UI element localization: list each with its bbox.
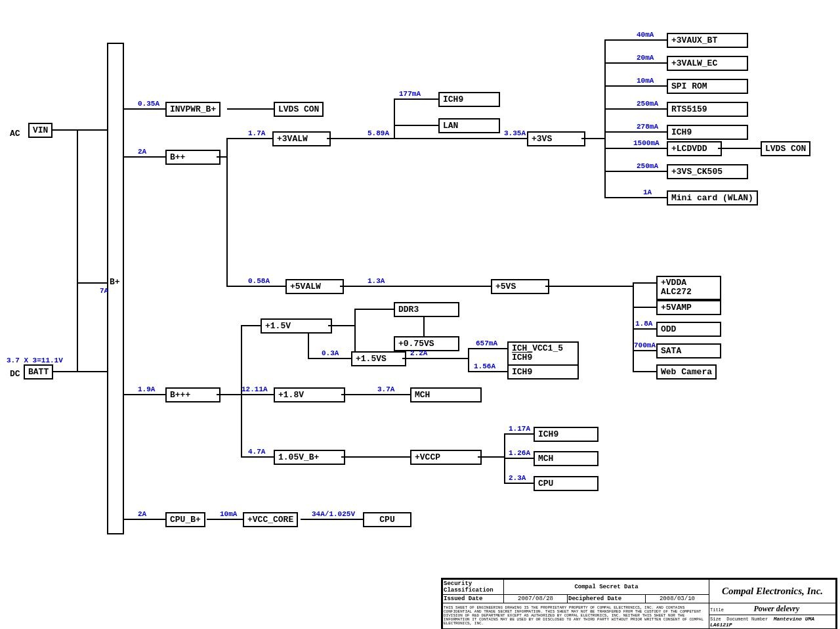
vccp-cpu: CPU (534, 476, 598, 491)
tb-titlelbl: Title (710, 607, 724, 613)
1p05v-box: 1.05V_B+ (274, 450, 345, 465)
1p05-i: 4.7A (248, 448, 265, 456)
tb-sheetname: Power delevry (753, 604, 799, 613)
lvds-con-1: LVDS CON (274, 102, 324, 117)
tb-ddlbl: Deciphered Date (568, 595, 646, 603)
tb-ddv: 2008/03/10 (645, 595, 709, 603)
3vs-h-i: 1A (643, 188, 652, 196)
cpu-bp-box: CPU_B+ (165, 512, 205, 527)
3vs-box: +3VS (527, 131, 585, 146)
ich-vcc-box: ICH_VCC1_5 ICH9 (507, 341, 579, 366)
5vs-box: +5VS (491, 279, 549, 294)
ich9b-i: 1.56A (474, 362, 495, 370)
vcc-core-box: +VCC_CORE (243, 512, 298, 527)
bppp-i: 1.9A (138, 385, 155, 393)
3vs-g-i: 250mA (637, 162, 658, 170)
title-block: Security Classification Compal Secret Da… (441, 578, 837, 629)
invpwr-box: INVPWR_B+ (165, 102, 220, 117)
tb-idv: 2007/08/28 (504, 595, 568, 603)
sata-box: SATA (656, 343, 721, 358)
vdda-l2: ALC272 (661, 287, 692, 297)
tb-seclbl: Security Classification (443, 580, 504, 595)
vccp-mch: MCH (534, 451, 598, 466)
bplus-bus: B+ (107, 43, 124, 534)
3vs-e-i: 278mA (637, 123, 658, 131)
ich9-a: ICH9 (438, 92, 500, 107)
1p8v-o: 3.7A (377, 385, 394, 393)
3vs-a-i: 40mA (637, 31, 654, 39)
5valw-i: 0.58A (248, 277, 270, 285)
bppp-box: B+++ (165, 387, 220, 402)
invpwr-i: 0.35A (138, 100, 159, 108)
3vs-i: 3.35A (504, 129, 526, 137)
vdda-l1: +VDDA (661, 278, 686, 288)
1p8v-i: 12.11A (242, 385, 268, 393)
ich9b-box: ICH9 (507, 364, 579, 380)
tb-legal: THIS SHEET OF ENGINEERING DRAWING IS THE… (444, 606, 708, 626)
ichvcc-i: 657mA (476, 339, 497, 347)
ddr3-box: DDR3 (394, 302, 459, 317)
ich-vcc-l2: ICH9 (512, 353, 532, 362)
1p5vs-box: +1.5VS (351, 351, 406, 366)
tb-size: Size (710, 617, 721, 622)
3vs-ck505: +3VS_CK505 (667, 164, 748, 179)
batt-box: BATT (24, 364, 53, 380)
1p5v-box: +1.5V (261, 318, 332, 334)
vccp-a-i: 1.17A (509, 425, 530, 433)
bpp-i: 2A (138, 148, 146, 156)
mini-card-wlan: Mini card (WLAN) (667, 190, 758, 206)
vdda-box: +VDDA ALC272 (656, 276, 721, 300)
5vamp: +5VAMP (656, 300, 721, 315)
odd-i: 1.8A (635, 320, 652, 328)
vccp-box: +VCCP (410, 450, 482, 465)
cpubp-i: 2A (138, 510, 146, 518)
5valw-box: +5VALW (285, 279, 344, 294)
ich9-177: 177mA (399, 90, 421, 98)
vin-box: VIN (28, 123, 52, 138)
3vaux-bt: +3VAUX_BT (667, 33, 748, 48)
1p8v-box: +1.8V (274, 387, 345, 402)
lcdvdd: +LCDVDD (667, 141, 722, 156)
vccp-ich9: ICH9 (534, 427, 598, 442)
3valw-box: +3VALW (272, 131, 331, 146)
vccp-b-i: 1.26A (509, 449, 530, 457)
bpp-box: B++ (165, 150, 220, 165)
5valw-o: 1.3A (368, 277, 385, 285)
sata-i: 700mA (634, 341, 656, 349)
bplus-label: B+ (110, 277, 120, 287)
tb-csd: Compal Secret Data (504, 580, 709, 595)
ich-vcc-l1: ICH_VCC1_5 (512, 343, 563, 353)
diagram-canvas: AC VIN 3.7 X 3=11.1V DC BATT B+ 7A 0.35A… (0, 0, 840, 629)
3valw-o: 5.89A (368, 129, 389, 137)
tb-docnumlbl: Document Number (726, 617, 768, 622)
mch-box: MCH (410, 387, 482, 402)
rts5159: RTS5159 (667, 102, 748, 117)
1p5vs-o: 2.2A (410, 349, 427, 357)
3vs-b-i: 20mA (637, 54, 654, 62)
3vs-c-i: 10mA (637, 77, 654, 85)
spi-rom: SPI ROM (667, 79, 748, 94)
1p5vs-i: 0.3A (322, 349, 339, 357)
3vs-f-i: 1500mA (633, 139, 660, 147)
vcccore-o: 34A/1.025V (312, 510, 355, 518)
lvds-con-2: LVDS CON (761, 141, 810, 156)
lan-box: LAN (438, 118, 500, 133)
vcccore-i: 10mA (220, 510, 237, 518)
webcam-box: Web Camera (656, 364, 717, 380)
cpu-box: CPU (363, 512, 411, 527)
bplus-7a: 7A (100, 287, 108, 295)
odd-box: ODD (656, 322, 721, 337)
tb-idlbl: Issued Date (443, 595, 504, 603)
dc-label: DC (10, 369, 20, 379)
ac-label: AC (10, 129, 20, 139)
3valw-ec: +3VALW_EC (667, 56, 748, 71)
tb-company: Compal Electronics, Inc. (710, 586, 835, 597)
ich9-b: ICH9 (667, 125, 748, 140)
vccp-c-i: 2.3A (509, 474, 526, 482)
batt-note: 3.7 X 3=11.1V (7, 357, 63, 364)
3vs-d-i: 250mA (637, 100, 658, 108)
3valw-i: 1.7A (248, 129, 265, 137)
